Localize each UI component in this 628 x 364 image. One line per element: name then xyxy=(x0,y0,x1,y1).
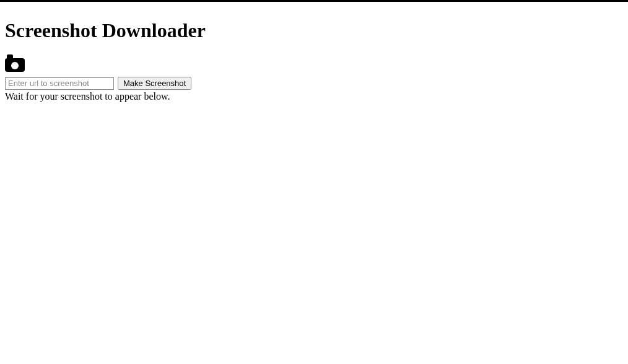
camera-icon xyxy=(5,54,623,74)
page-title: Screenshot Downloader xyxy=(5,19,623,42)
status-message: Wait for your screenshot to appear below… xyxy=(5,91,623,102)
screenshot-form: Make Screenshot xyxy=(5,77,623,90)
main-content: Screenshot Downloader Make Screenshot Wa… xyxy=(0,2,628,107)
svg-point-2 xyxy=(11,62,19,69)
svg-rect-1 xyxy=(7,54,13,59)
make-screenshot-button[interactable]: Make Screenshot xyxy=(118,77,191,90)
url-input[interactable] xyxy=(5,77,114,90)
